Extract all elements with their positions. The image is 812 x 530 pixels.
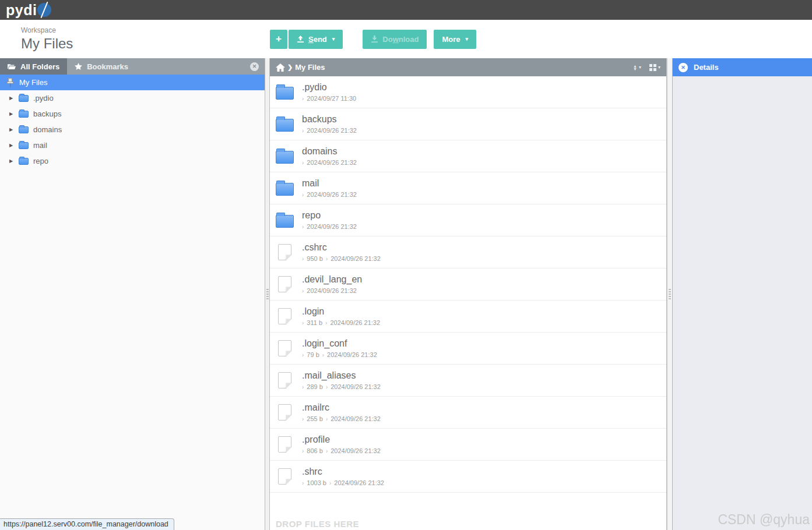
file-row-text: .login›311 b›2024/09/26 21:32 bbox=[302, 306, 380, 326]
file-row-shrc[interactable]: .shrc›1003 b›2024/09/26 21:32 bbox=[270, 461, 666, 493]
file-date: 2024/09/26 21:32 bbox=[307, 191, 357, 198]
details-splitter[interactable] bbox=[667, 58, 672, 530]
sidebar-splitter[interactable] bbox=[265, 58, 270, 530]
folder-icon bbox=[276, 215, 294, 228]
tree-item-domains[interactable]: ▶domains bbox=[0, 122, 265, 137]
chevron-right-icon: › bbox=[302, 448, 304, 454]
file-row-login_conf[interactable]: .login_conf›79 b›2024/09/26 21:32 bbox=[270, 333, 666, 365]
chevron-down-icon: ▾ bbox=[332, 36, 335, 42]
file-icon bbox=[278, 468, 291, 485]
file-row-text: .profile›806 b›2024/09/26 21:32 bbox=[302, 434, 381, 454]
tab-bookmarks-label: Bookmarks bbox=[87, 62, 128, 71]
expand-arrow-icon[interactable]: ▶ bbox=[9, 143, 14, 148]
chevron-right-icon: › bbox=[325, 320, 327, 326]
chevron-right-icon: › bbox=[302, 160, 304, 166]
file-row-pydio[interactable]: .pydio›2024/09/27 11:30 bbox=[270, 76, 666, 108]
workspace-eyebrow: Workspace bbox=[21, 26, 265, 34]
file-browser: ❯ My Files ▲▼ ▾ ▾ .pydio›2024/09/27 11:3… bbox=[270, 58, 667, 530]
folder-icon bbox=[19, 142, 29, 149]
expand-arrow-icon[interactable]: ▶ bbox=[9, 96, 14, 101]
tree-item-label: domains bbox=[33, 125, 62, 134]
file-row-icon bbox=[275, 244, 294, 260]
grid-icon bbox=[649, 64, 656, 71]
tree-item-backups[interactable]: ▶backups bbox=[0, 106, 265, 122]
file-size: 255 b bbox=[307, 415, 323, 422]
file-icon bbox=[278, 276, 291, 292]
file-row-text: .cshrc›950 b›2024/09/26 21:32 bbox=[302, 242, 381, 262]
upload-icon bbox=[297, 36, 304, 43]
folder-icon bbox=[276, 119, 294, 132]
file-meta: ›2024/09/26 21:32 bbox=[302, 127, 357, 134]
tree-item-mail[interactable]: ▶mail bbox=[0, 137, 265, 153]
file-row-domains[interactable]: domains›2024/09/26 21:32 bbox=[270, 140, 666, 172]
file-row-repo[interactable]: repo›2024/09/26 21:32 bbox=[270, 204, 666, 236]
file-name: backups bbox=[302, 114, 357, 125]
file-row-icon bbox=[275, 213, 294, 228]
details-panel-title: Details bbox=[694, 63, 719, 72]
display-mode-button[interactable]: ▾ bbox=[649, 64, 660, 71]
file-name: .login bbox=[302, 306, 380, 317]
tree-item-pydio[interactable]: ▶.pydio bbox=[0, 90, 265, 106]
status-link-preview: https://panel12.serv00.com/file_manager/… bbox=[0, 518, 174, 530]
file-row-mail[interactable]: mail›2024/09/26 21:32 bbox=[270, 172, 666, 204]
details-panel-body bbox=[673, 76, 812, 530]
expand-arrow-icon[interactable]: ▶ bbox=[9, 111, 14, 116]
file-name: domains bbox=[302, 146, 357, 157]
breadcrumb-path[interactable]: My Files bbox=[295, 63, 325, 72]
chevron-right-icon: › bbox=[322, 352, 324, 358]
home-icon[interactable] bbox=[276, 63, 285, 72]
file-icon bbox=[278, 340, 291, 356]
chevron-right-icon: › bbox=[326, 256, 328, 262]
file-row-devil_lang_en[interactable]: .devil_lang_en›2024/09/26 21:32 bbox=[270, 268, 666, 301]
file-name: .shrc bbox=[302, 467, 384, 477]
download-button[interactable]: Download bbox=[363, 30, 427, 49]
expand-arrow-icon[interactable]: ▶ bbox=[9, 158, 14, 164]
close-icon[interactable]: ✕ bbox=[250, 62, 259, 71]
tree-item-repo[interactable]: ▶repo bbox=[0, 153, 265, 169]
file-size: 1003 b bbox=[307, 479, 326, 486]
more-button[interactable]: More ▾ bbox=[434, 30, 476, 49]
file-date: 2024/09/27 11:30 bbox=[307, 95, 356, 102]
chevron-right-icon: › bbox=[302, 128, 304, 134]
add-button[interactable]: + bbox=[270, 30, 287, 49]
folder-icon bbox=[19, 95, 29, 102]
file-size: 950 b bbox=[307, 255, 323, 262]
details-panel: ✕ Details bbox=[672, 58, 812, 530]
add-button-label: + bbox=[276, 33, 282, 45]
tree-item-my-files-selected[interactable]: My Files bbox=[0, 75, 265, 90]
file-row-mailrc[interactable]: .mailrc›255 b›2024/09/26 21:32 bbox=[270, 397, 666, 429]
file-icon bbox=[278, 436, 291, 453]
workspace-block: Workspace My Files bbox=[0, 26, 265, 52]
file-meta: ›2024/09/26 21:32 bbox=[302, 287, 362, 294]
tab-all-folders[interactable]: All Folders bbox=[0, 58, 67, 75]
send-button[interactable]: Send ▾ bbox=[289, 30, 343, 49]
folder-icon bbox=[276, 87, 294, 100]
tab-bookmarks[interactable]: Bookmarks bbox=[67, 58, 136, 75]
file-meta: ›950 b›2024/09/26 21:32 bbox=[302, 255, 381, 262]
expand-arrow-icon[interactable]: ▶ bbox=[9, 127, 14, 132]
file-row-backups[interactable]: backups›2024/09/26 21:32 bbox=[270, 108, 666, 140]
chevron-right-icon: › bbox=[302, 480, 304, 486]
chevron-right-icon: › bbox=[326, 448, 328, 454]
file-row-cshrc[interactable]: .cshrc›950 b›2024/09/26 21:32 bbox=[270, 236, 666, 268]
download-icon bbox=[371, 36, 378, 43]
file-row-icon bbox=[275, 276, 294, 292]
file-row-icon bbox=[275, 468, 294, 485]
download-button-label: Download bbox=[382, 35, 419, 44]
sort-button[interactable]: ▲▼ ▾ bbox=[633, 65, 641, 70]
file-row-icon bbox=[275, 149, 294, 164]
chevron-down-icon: ▾ bbox=[466, 36, 469, 42]
tree-item-label: backups bbox=[33, 109, 61, 118]
close-icon[interactable]: ✕ bbox=[679, 63, 688, 72]
chevron-right-icon: › bbox=[302, 192, 304, 198]
file-date: 2024/09/26 21:32 bbox=[307, 127, 357, 134]
file-row-icon bbox=[275, 181, 294, 196]
file-row-profile[interactable]: .profile›806 b›2024/09/26 21:32 bbox=[270, 429, 666, 461]
dropzone-hint: DROP FILES HERE bbox=[276, 519, 359, 529]
file-row-icon bbox=[275, 372, 294, 388]
file-row-login[interactable]: .login›311 b›2024/09/26 21:32 bbox=[270, 301, 666, 333]
file-row-mail_aliases[interactable]: .mail_aliases›289 b›2024/09/26 21:32 bbox=[270, 365, 666, 397]
workspace-title: My Files bbox=[21, 36, 265, 52]
logo-text: pydi bbox=[6, 2, 37, 19]
file-row-text: .pydio›2024/09/27 11:30 bbox=[302, 82, 356, 102]
